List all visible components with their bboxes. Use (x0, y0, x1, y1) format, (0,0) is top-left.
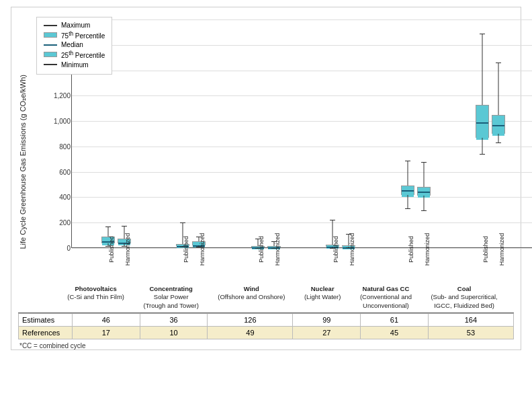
table-cell-0-5: 164 (428, 314, 513, 327)
legend-item-25: 25th Percentile (44, 50, 105, 59)
y-tick-label-800: 800 (52, 142, 71, 150)
legend-25-label: 25th Percentile (61, 50, 105, 59)
whisker-bottom-line (498, 134, 499, 142)
chart-container: Life Cycle Greenhouse Gas Emissions (g C… (11, 7, 521, 350)
harmonized-label: Harmonized (349, 229, 355, 270)
y-tick-label-0: 0 (52, 245, 71, 252)
legend-maximum-line (44, 25, 57, 26)
whisker-bottom-line (407, 195, 408, 209)
y-tick-label-1200: 1,200 (52, 92, 71, 99)
chart-area: Life Cycle Greenhouse Gas Emissions (g C… (18, 14, 514, 310)
table-row-references: References171049274553 (19, 327, 514, 339)
y-tick-label-200: 200 (52, 219, 71, 226)
data-table: Estimates46361269961164References1710492… (18, 313, 514, 339)
grid-line-400 (72, 197, 532, 198)
published-label: Published (332, 229, 339, 270)
table-cell-1-5: 53 (428, 327, 513, 339)
table-cell-0-3: 99 (293, 314, 361, 327)
grid-line-200 (72, 222, 532, 223)
plot-area: 02004006008001,0001,2001,4001,6001,800Pu… (71, 19, 532, 248)
grid-line-1000 (72, 121, 532, 122)
legend-item-75: 75th Percentile (44, 30, 105, 40)
table-section: Estimates46361269961164References1710492… (18, 313, 514, 339)
legend-item-median: Median (44, 41, 105, 48)
legend-item-maximum: Maximum (44, 22, 105, 29)
group-label-natural-gas: Natural Gas CC(Conventional andUnconvent… (360, 248, 412, 310)
footnote: *CC = combined cycle (19, 342, 514, 349)
group-label-photovoltaics: Photovoltaics(C-Si and Thin Film) (67, 248, 124, 310)
legend-75-label: 75th Percentile (61, 30, 105, 40)
harmonized-label: Harmonized (424, 229, 431, 270)
whisker-bottom-cap (480, 154, 485, 155)
table-cell-0-0: 46 (73, 314, 140, 327)
whisker-bottom-cap (496, 142, 501, 143)
legend-median-line (44, 44, 57, 46)
box-outer (476, 105, 489, 138)
grid-line-1200 (72, 95, 532, 96)
grid-line-800 (72, 147, 532, 147)
published-label: Published (108, 229, 115, 270)
harmonized-label: Harmonized (124, 229, 131, 270)
harmonized-label: Harmonized (498, 229, 505, 270)
table-row-estimates: Estimates46361269961164 (19, 314, 514, 327)
legend-75-box (44, 32, 57, 38)
whisker-top-line (407, 161, 408, 186)
y-tick-label-600: 600 (52, 168, 71, 175)
table-cell-1-0: 17 (73, 327, 140, 339)
whisker-top-line (498, 63, 499, 114)
whisker-bottom-cap (405, 208, 410, 209)
legend-item-minimum: Minimum (44, 61, 105, 69)
grid-line-1400 (72, 71, 532, 71)
table-cell-1-1: 10 (140, 327, 208, 339)
table-cell-0-4: 61 (361, 314, 429, 327)
legend-median-label: Median (61, 41, 83, 48)
whisker-bottom-cap (421, 210, 427, 211)
whisker-top-line (423, 162, 424, 188)
published-label: Published (408, 229, 414, 270)
published-label: Published (258, 229, 265, 270)
chart-inner: Maximum 75th Percentile Median 25th Perc… (30, 14, 514, 310)
grid-line-1600 (72, 45, 532, 46)
table-cell-1-3: 27 (293, 327, 361, 339)
legend-25-box (44, 52, 57, 57)
box-upper-teal (476, 106, 488, 123)
whisker-bottom-line (482, 138, 483, 155)
legend-minimum-line (44, 64, 57, 65)
table-cell-1-2: 49 (208, 327, 293, 339)
legend-minimum-label: Minimum (61, 61, 89, 69)
harmonized-label: Harmonized (274, 229, 281, 270)
legend-maximum-label: Maximum (61, 22, 90, 29)
box-outer (492, 115, 505, 134)
grid-line-1800 (72, 19, 532, 20)
grid-line-0 (72, 248, 532, 249)
published-label: Published (183, 229, 189, 270)
whisker-bottom-line (423, 196, 424, 211)
whisker-top-line (482, 34, 483, 105)
table-row-label-references: References (19, 327, 73, 339)
table-cell-1-4: 45 (361, 327, 429, 339)
box-outer (417, 187, 431, 195)
legend: Maximum 75th Percentile Median 25th Perc… (36, 17, 112, 75)
box-upper-teal (492, 116, 504, 125)
group-label-csp: ConcentratingSolar Power(Trough and Towe… (143, 248, 198, 310)
harmonized-label: Harmonized (199, 229, 206, 270)
published-label: Published (482, 229, 489, 270)
table-cell-0-1: 36 (140, 314, 208, 327)
table-cell-0-2: 126 (208, 314, 293, 327)
table-row-label-estimates: Estimates (19, 314, 73, 327)
y-axis-label: Life Cycle Greenhouse Gas Emissions (g C… (18, 75, 27, 249)
y-tick-label-1000: 1,000 (52, 118, 71, 125)
y-tick-label-400: 400 (52, 194, 71, 201)
grid-line-600 (72, 172, 532, 173)
box-outer (401, 186, 414, 194)
